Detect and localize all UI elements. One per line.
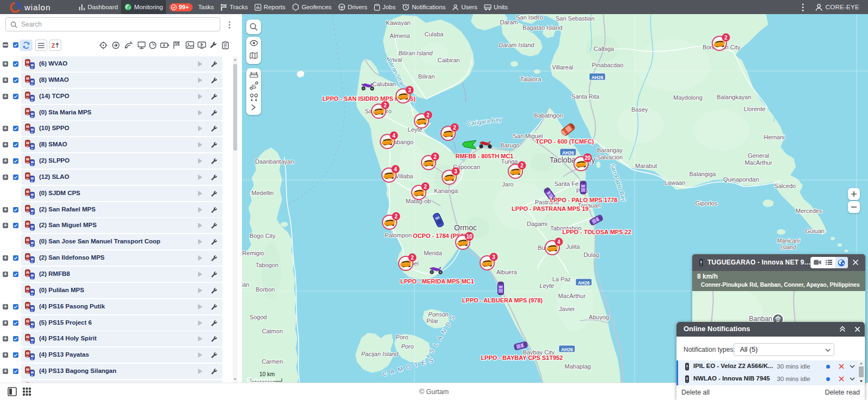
svg-text:3: 3	[454, 169, 457, 175]
svg-text:AH26: AH26	[562, 150, 574, 156]
svg-text:3: 3	[492, 254, 495, 260]
svg-text:Villaba: Villaba	[395, 173, 414, 179]
svg-text:LPPO - PASTRANA MPS 19: LPPO - PASTRANA MPS 19	[512, 205, 589, 212]
svg-text:Sogod: Sogod	[250, 314, 267, 320]
svg-text:Palompon: Palompon	[385, 232, 412, 238]
svg-text:Javier: Javier	[559, 306, 575, 312]
svg-text:Talalora: Talalora	[520, 76, 541, 82]
svg-text:Balangiga: Balangiga	[690, 171, 717, 177]
svg-text:AH26: AH26	[561, 347, 573, 352]
svg-text:LPPO - ALBUERA MPS (978): LPPO - ALBUERA MPS (978)	[462, 297, 543, 304]
svg-text:Giporlos: Giporlos	[695, 200, 718, 207]
svg-text:Culaba: Culaba	[425, 31, 444, 37]
svg-text:Bogo City: Bogo City	[250, 233, 276, 239]
svg-text:Abuyog: Abuyog	[589, 314, 609, 320]
svg-text:Marabut: Marabut	[635, 163, 657, 169]
svg-text:4: 4	[557, 239, 560, 245]
svg-text:Almeria: Almeria	[390, 33, 410, 39]
svg-text:Pacijan Island: Pacijan Island	[361, 351, 399, 357]
svg-text:4: 4	[392, 133, 395, 139]
svg-text:2: 2	[384, 102, 387, 108]
svg-text:LPPO - MERIDA MPS MC1: LPPO - MERIDA MPS MC1	[400, 278, 474, 285]
svg-text:Guiuan: Guiuan	[805, 228, 824, 234]
svg-text:2: 2	[433, 154, 437, 160]
svg-text:2: 2	[453, 125, 456, 131]
svg-text:LPPO - PALO MPS 1778: LPPO - PALO MPS 1778	[550, 197, 617, 203]
svg-text:Poro: Poro	[401, 343, 413, 350]
svg-text:n Remigio: n Remigio	[242, 250, 264, 256]
svg-text:Kananga: Kananga	[434, 188, 458, 194]
svg-text:Julita: Julita	[566, 243, 580, 250]
svg-text:TCPO - 600 (TCMFC): TCPO - 600 (TCMFC)	[535, 138, 594, 145]
svg-text:Daanbantayan: Daanbantayan	[255, 158, 294, 165]
svg-text:Hernani: Hernani	[764, 134, 785, 140]
svg-text:Basey: Basey	[631, 106, 648, 113]
svg-text:Dagami: Dagami	[527, 221, 547, 227]
svg-text:AH26: AH26	[578, 280, 590, 286]
svg-text:Merida: Merida	[424, 250, 443, 256]
svg-text:Santa Fe: Santa Fe	[554, 180, 579, 187]
svg-text:Carmen: Carmen	[261, 358, 283, 365]
svg-text:Ormoc: Ormoc	[454, 223, 477, 232]
svg-text:Manicani: Manicani	[777, 237, 800, 244]
svg-text:Barugo: Barugo	[500, 142, 519, 149]
svg-text:LPPO - TOLOSA MPS 22: LPPO - TOLOSA MPS 22	[562, 229, 631, 235]
svg-text:20: 20	[584, 155, 591, 161]
svg-text:Mercedes: Mercedes	[796, 208, 822, 214]
svg-text:AH26: AH26	[591, 75, 603, 80]
svg-text:Pinabacdao: Pinabacdao	[592, 62, 623, 68]
svg-text:4: 4	[394, 166, 397, 172]
svg-text:Llorente: Llorente	[744, 106, 765, 112]
svg-text:Dulag: Dulag	[584, 251, 599, 258]
svg-text:3: 3	[408, 87, 411, 93]
svg-text:Biliran Island: Biliran Island	[399, 50, 433, 56]
svg-text:Daram: Daram	[500, 19, 518, 25]
svg-text:Daram Island: Daram Island	[499, 42, 534, 48]
svg-text:Santa Rita: Santa Rita	[571, 93, 599, 100]
svg-text:Mahaplag: Mahaplag	[565, 363, 591, 370]
svg-text:2: 2	[424, 184, 427, 190]
svg-text:Bagatao Island: Bagatao Island	[522, 24, 562, 31]
svg-text:Calubian: Calubian	[372, 81, 395, 87]
svg-text:RMFB8 - 805TH MC1: RMFB8 - 805TH MC1	[456, 153, 514, 159]
svg-text:2: 2	[520, 163, 524, 169]
svg-text:2: 2	[411, 255, 414, 261]
svg-text:Babatngon: Babatngon	[534, 112, 563, 119]
svg-text:Banban: Banban	[749, 315, 772, 322]
svg-text:San Sebastian: San Sebastian	[556, 15, 595, 22]
svg-text:MacArthur: MacArthur	[558, 293, 586, 299]
svg-text:Maydolong: Maydolong	[673, 94, 703, 101]
svg-text:LPPO - BAYBAY CPS S1T952: LPPO - BAYBAY CPS S1T952	[481, 354, 563, 361]
svg-text:Leyte: Leyte	[540, 282, 554, 289]
svg-text:10: 10	[466, 234, 473, 240]
svg-text:Ponson: Ponson	[428, 311, 448, 318]
svg-text:Salvacion: Salvacion	[597, 154, 623, 160]
svg-text:Quinapondan: Quinapondan	[723, 176, 759, 183]
svg-text:elan: elan	[242, 281, 249, 288]
svg-text:Salcedo: Salcedo	[774, 183, 796, 189]
svg-text:Lawaan: Lawaan	[665, 179, 686, 186]
svg-text:Kawayan: Kawayan	[386, 20, 410, 26]
svg-text:Medellin: Medellin	[252, 190, 274, 196]
svg-text:Pilar: Pilar	[426, 318, 438, 324]
svg-text:Biliran: Biliran	[418, 73, 435, 80]
svg-text:Barangay: Barangay	[597, 147, 623, 153]
svg-text:Island: Island	[781, 244, 796, 250]
svg-text:Balangkayan: Balangkayan	[717, 94, 751, 100]
svg-text:MacArthur: MacArthur	[745, 159, 773, 166]
svg-text:2: 2	[426, 112, 430, 118]
svg-text:Caibiran: Caibiran	[438, 57, 460, 63]
svg-text:2: 2	[394, 214, 398, 220]
svg-text:Tabogon: Tabogon	[256, 262, 278, 268]
svg-text:Jaro: Jaro	[502, 181, 513, 188]
svg-text:Villareal: Villareal	[552, 64, 573, 70]
svg-text:General: General	[748, 152, 769, 159]
svg-text:San Isidro: San Isidro	[516, 14, 543, 21]
svg-text:Calbiga: Calbiga	[593, 46, 614, 52]
svg-text:Albuera: Albuera	[496, 269, 518, 275]
svg-text:2: 2	[724, 35, 727, 41]
svg-text:Borbon: Borbon	[256, 286, 275, 293]
svg-text:Poro: Poro	[395, 334, 408, 340]
svg-text:Catmon: Catmon	[262, 328, 283, 334]
svg-text:La Paz: La Paz	[552, 276, 571, 282]
